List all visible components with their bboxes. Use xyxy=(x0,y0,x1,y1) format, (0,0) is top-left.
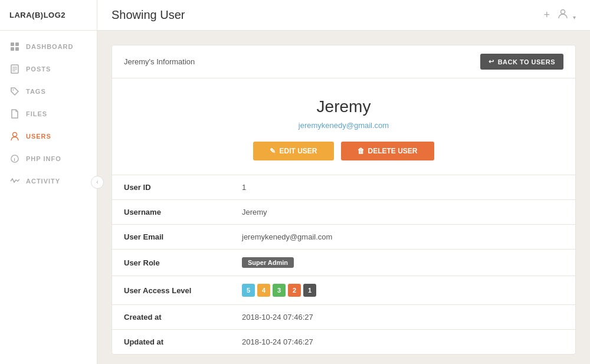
user-info-table: User ID 1 Username Jeremy User Email jer… xyxy=(112,175,575,354)
user-card: Jeremy's Information ↩ BACK TO USERS Jer… xyxy=(112,45,576,355)
card-header: Jeremy's Information ↩ BACK TO USERS xyxy=(112,45,575,78)
field-label-email: User Email xyxy=(112,225,230,250)
access-badge-4: 4 xyxy=(257,284,270,297)
sidebar-collapse-button[interactable]: ‹ xyxy=(91,176,104,189)
user-profile-section: Jeremy jeremykenedy@gmail.com ✎ EDIT USE… xyxy=(112,78,575,175)
field-label-created-at: Created at xyxy=(112,305,230,330)
sidebar-label-files: Files xyxy=(26,110,47,117)
table-row: User ID 1 xyxy=(112,175,575,200)
svg-point-9 xyxy=(13,133,17,137)
access-badge-2: 2 xyxy=(288,284,301,297)
card-header-title: Jeremy's Information xyxy=(124,57,195,66)
trash-icon: 🗑 xyxy=(358,147,365,155)
access-badge-3: 3 xyxy=(273,284,286,297)
edit-icon: ✎ xyxy=(270,147,276,155)
field-value-updated-at: 2018-10-24 07:46:27 xyxy=(230,330,575,355)
field-value-role: Super Admin xyxy=(230,250,575,276)
sidebar-item-activity[interactable]: Activity xyxy=(0,170,97,192)
back-to-users-button[interactable]: ↩ BACK TO USERS xyxy=(480,54,563,70)
field-label-updated-at: Updated at xyxy=(112,330,230,355)
field-label-username: Username xyxy=(112,200,230,225)
sidebar-label-users: Users xyxy=(26,133,51,140)
access-level-badges: 5 4 3 2 1 xyxy=(242,284,563,297)
delete-button-label: DELETE USER xyxy=(368,147,418,155)
sidebar-item-files[interactable]: Files xyxy=(0,103,97,125)
svg-rect-1 xyxy=(15,42,19,46)
svg-rect-3 xyxy=(15,47,19,51)
sidebar: LARA(B)LOG2 Dashboard xyxy=(0,0,97,364)
field-value-access: 5 4 3 2 1 xyxy=(230,276,575,305)
tag-icon xyxy=(9,86,20,97)
svg-point-12 xyxy=(560,10,565,14)
sidebar-label-activity: Activity xyxy=(26,178,60,185)
info-icon: i xyxy=(9,153,20,164)
back-icon: ↩ xyxy=(489,58,494,65)
table-row: User Email jeremykenedy@gmail.com xyxy=(112,225,575,250)
table-row: Username Jeremy xyxy=(112,200,575,225)
svg-rect-0 xyxy=(11,42,14,46)
content-area: Jeremy's Information ↩ BACK TO USERS Jer… xyxy=(97,31,590,364)
sidebar-label-php-info: PHP Info xyxy=(26,155,61,162)
topbar-actions: + ▾ xyxy=(543,8,576,22)
delete-user-button[interactable]: 🗑 DELETE USER xyxy=(341,142,434,160)
user-icon xyxy=(9,131,20,142)
sidebar-item-dashboard[interactable]: Dashboard xyxy=(0,35,97,58)
role-badge: Super Admin xyxy=(242,257,294,268)
sidebar-item-tags[interactable]: Tags xyxy=(0,80,97,103)
field-label-user-id: User ID xyxy=(112,175,230,200)
edit-user-button[interactable]: ✎ EDIT USER xyxy=(253,142,333,160)
table-row: User Role Super Admin xyxy=(112,250,575,276)
field-value-email: jeremykenedy@gmail.com xyxy=(230,225,575,250)
sidebar-item-posts[interactable]: Posts xyxy=(0,58,97,80)
field-label-role: User Role xyxy=(112,250,230,276)
table-row: Updated at 2018-10-24 07:46:27 xyxy=(112,330,575,355)
svg-text:i: i xyxy=(14,157,15,162)
svg-rect-2 xyxy=(11,47,14,51)
profile-actions: ✎ EDIT USER 🗑 DELETE USER xyxy=(124,142,563,160)
access-badge-5: 5 xyxy=(242,284,255,297)
table-row: Created at 2018-10-24 07:46:27 xyxy=(112,305,575,330)
activity-icon xyxy=(9,176,20,186)
edit-button-label: EDIT USER xyxy=(279,147,317,155)
sidebar-label-dashboard: Dashboard xyxy=(26,43,74,50)
topbar: Showing User + ▾ xyxy=(97,0,590,31)
field-value-username: Jeremy xyxy=(230,200,575,225)
add-icon[interactable]: + xyxy=(543,9,550,21)
field-value-user-id: 1 xyxy=(230,175,575,200)
field-label-access: User Access Level xyxy=(112,276,230,305)
grid-icon xyxy=(9,41,20,52)
sidebar-label-posts: Posts xyxy=(26,65,51,73)
user-display-name: Jeremy xyxy=(124,97,563,116)
access-badge-1: 1 xyxy=(303,284,316,297)
sidebar-item-users[interactable]: Users xyxy=(0,125,97,147)
doc-icon xyxy=(9,64,20,74)
sidebar-nav: Dashboard Posts Tags xyxy=(0,31,97,364)
app-logo: LARA(B)LOG2 xyxy=(0,0,97,31)
table-row: User Access Level 5 4 3 2 1 xyxy=(112,276,575,305)
sidebar-item-php-info[interactable]: i PHP Info xyxy=(0,147,97,170)
svg-point-8 xyxy=(13,90,14,91)
field-value-created-at: 2018-10-24 07:46:27 xyxy=(230,305,575,330)
back-button-label: BACK TO USERS xyxy=(498,58,555,65)
user-display-email: jeremykenedy@gmail.com xyxy=(124,121,563,130)
user-menu-icon[interactable]: ▾ xyxy=(557,8,576,22)
main-area: Showing User + ▾ Jeremy's Information ↩ … xyxy=(97,0,590,364)
file-icon xyxy=(9,109,20,119)
sidebar-label-tags: Tags xyxy=(26,88,46,95)
user-menu-chevron: ▾ xyxy=(573,14,576,21)
page-title: Showing User xyxy=(112,8,185,22)
